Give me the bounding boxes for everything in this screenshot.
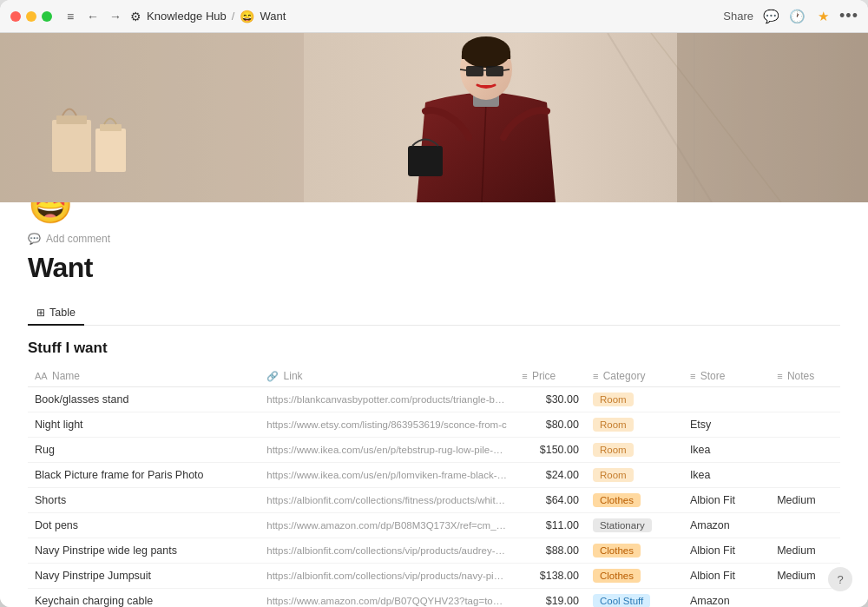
page-body: 🤩 💬 Add comment Want ⊞ Table Stuff I wan… — [0, 183, 868, 607]
cell-link[interactable]: https://www.ikea.com/us/en/p/tebstrup-ru… — [260, 438, 515, 463]
add-comment-label[interactable]: Add comment — [46, 233, 110, 245]
cell-name: Book/glasses stand — [28, 387, 260, 412]
cell-link[interactable]: https://albionfit.com/collections/fitnes… — [260, 488, 515, 513]
cell-category: Clothes — [586, 538, 683, 564]
cell-store: Albion Fit — [683, 488, 770, 513]
cell-category: Stationary — [586, 513, 683, 538]
cell-link[interactable]: https://albionfit.com/collections/vip/pr… — [260, 564, 515, 589]
cell-store: Albion Fit — [683, 538, 770, 564]
svg-rect-12 — [466, 66, 483, 76]
col-header-category[interactable]: ≡ Category — [586, 366, 683, 387]
table-tab-icon: ⊞ — [36, 307, 45, 319]
cell-store: Albion Fit — [683, 564, 770, 589]
cell-store — [683, 387, 770, 412]
cell-category: Room — [586, 438, 683, 463]
cell-price: $11.00 — [515, 513, 586, 538]
cell-price: $138.00 — [515, 564, 586, 589]
cell-price: $88.00 — [515, 538, 586, 564]
cell-notes — [770, 589, 840, 608]
svg-rect-3 — [0, 33, 304, 202]
add-comment-row[interactable]: 💬 Add comment — [28, 233, 840, 245]
cell-link[interactable]: https://www.amazon.com/dp/B08M3Q173X/ref… — [260, 513, 515, 538]
hero-image — [0, 33, 868, 202]
minimize-button[interactable] — [26, 11, 36, 22]
page-title: Want — [28, 252, 840, 284]
cell-category: Room — [586, 463, 683, 488]
cell-name: Night light — [28, 412, 260, 438]
table-row[interactable]: Book/glasses stand https://blankcanvasby… — [28, 387, 840, 412]
breadcrumb-parent[interactable]: Knowledge Hub — [147, 10, 227, 23]
col-header-store[interactable]: ≡ Store — [683, 366, 770, 387]
cell-category: Room — [586, 387, 683, 412]
col-header-link[interactable]: 🔗 Link — [260, 366, 515, 387]
cell-store: Amazon — [683, 589, 770, 608]
cell-notes — [770, 463, 840, 488]
svg-rect-18 — [677, 33, 868, 202]
comment-icon[interactable]: 💬 — [762, 8, 779, 25]
svg-rect-7 — [100, 124, 122, 131]
close-button[interactable] — [10, 11, 21, 22]
cell-name: Shorts — [28, 488, 260, 513]
cell-notes — [770, 513, 840, 538]
app-window: ≡ ← → ⚙ Knowledge Hub / 😄 Want Share 💬 🕐… — [0, 0, 868, 607]
star-icon[interactable]: ★ — [814, 8, 832, 25]
table-row[interactable]: Dot pens https://www.amazon.com/dp/B08M3… — [28, 513, 840, 538]
table-row[interactable]: Rug https://www.ikea.com/us/en/p/tebstru… — [28, 438, 840, 463]
cell-store: Ikea — [683, 463, 770, 488]
cell-notes: Medium — [770, 488, 840, 513]
table-header-row: AA Name 🔗 Link ≡ Price ≡ Category ≡ Stor… — [28, 366, 840, 387]
cell-link[interactable]: https://blankcanvasbypotter.com/products… — [260, 387, 515, 412]
breadcrumb: ⚙ Knowledge Hub / 😄 Want — [130, 10, 286, 23]
cell-price: $150.00 — [515, 438, 586, 463]
svg-rect-5 — [56, 115, 87, 124]
svg-line-16 — [503, 69, 510, 70]
cell-store: Amazon — [683, 513, 770, 538]
page-emoji-small: 😄 — [240, 10, 254, 23]
cell-category: Clothes — [586, 488, 683, 513]
cell-notes — [770, 412, 840, 438]
table-row[interactable]: Black Picture frame for Paris Photo http… — [28, 463, 840, 488]
cell-category: Room — [586, 412, 683, 438]
maximize-button[interactable] — [42, 11, 52, 22]
back-button[interactable]: ← — [83, 7, 102, 26]
col-header-price[interactable]: ≡ Price — [515, 366, 586, 387]
cell-link[interactable]: https://www.ikea.com/us/en/p/lomviken-fr… — [260, 463, 515, 488]
share-button[interactable]: Share — [723, 10, 753, 23]
table-row[interactable]: Navy Pinstripe Jumpsuit https://albionfi… — [28, 564, 840, 589]
help-button[interactable]: ? — [828, 567, 852, 591]
more-icon[interactable]: ••• — [840, 8, 858, 25]
content-area: 🤩 💬 Add comment Want ⊞ Table Stuff I wan… — [0, 33, 868, 607]
table-row[interactable]: Night light https://www.etsy.com/listing… — [28, 412, 840, 438]
svg-rect-4 — [52, 120, 91, 172]
clock-icon[interactable]: 🕐 — [788, 8, 806, 25]
table-row[interactable]: Shorts https://albionfit.com/collections… — [28, 488, 840, 513]
breadcrumb-separator: / — [232, 10, 235, 23]
cell-link[interactable]: https://www.etsy.com/listing/863953619/s… — [260, 412, 515, 438]
svg-rect-13 — [486, 66, 503, 76]
knowledge-hub-icon: ⚙ — [130, 10, 141, 23]
table-row[interactable]: Keychain charging cable https://www.amaz… — [28, 589, 840, 608]
svg-rect-6 — [95, 129, 126, 172]
tab-table[interactable]: ⊞ Table — [28, 301, 84, 326]
cell-name: Dot pens — [28, 513, 260, 538]
cell-price: $24.00 — [515, 463, 586, 488]
cell-store: Etsy — [683, 412, 770, 438]
col-header-notes[interactable]: ≡ Notes — [770, 366, 840, 387]
cell-price: $30.00 — [515, 387, 586, 412]
svg-rect-17 — [408, 146, 443, 176]
forward-button[interactable]: → — [106, 7, 125, 26]
table-row[interactable]: Navy Pinstripe wide leg pants https://al… — [28, 538, 840, 564]
cell-price: $19.00 — [515, 589, 586, 608]
cell-category: Cool Stuff — [586, 589, 683, 608]
cell-name: Rug — [28, 438, 260, 463]
cell-link[interactable]: https://www.amazon.com/dp/B07QQYHV23?tag… — [260, 589, 515, 608]
data-table: AA Name 🔗 Link ≡ Price ≡ Category ≡ Stor… — [28, 366, 840, 607]
cell-price: $64.00 — [515, 488, 586, 513]
cell-notes — [770, 438, 840, 463]
cell-notes: Medium — [770, 538, 840, 564]
cell-name: Keychain charging cable — [28, 589, 260, 608]
hamburger-icon[interactable]: ≡ — [61, 7, 80, 26]
traffic-lights — [10, 11, 52, 22]
col-header-name[interactable]: AA Name — [28, 366, 260, 387]
cell-link[interactable]: https://albionfit.com/collections/vip/pr… — [260, 538, 515, 564]
